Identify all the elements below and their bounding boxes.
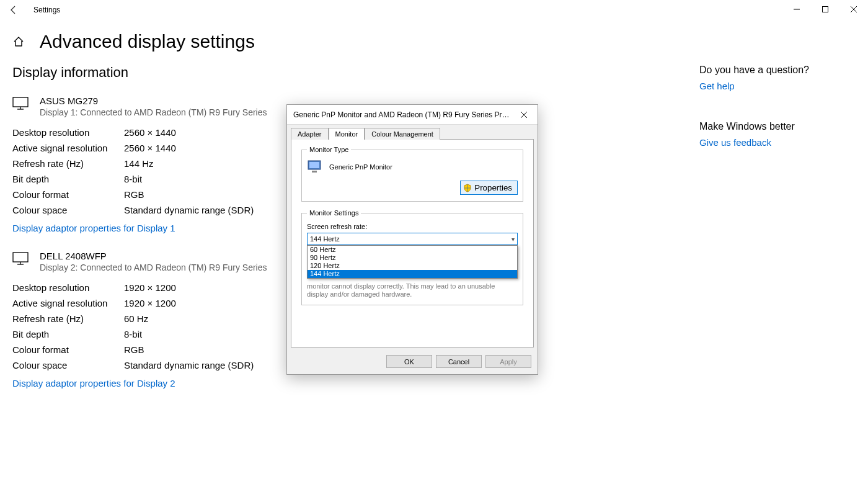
refresh-option-90[interactable]: 90 Hertz [308,254,517,262]
prop-value: 2560 × 1440 [124,127,176,138]
prop-value: 60 Hz [124,313,148,324]
monitor-settings-legend: Monitor Settings [307,209,361,217]
svg-rect-1 [823,7,828,12]
display-name: DELL 2408WFP [40,251,267,261]
prop-label: Colour space [12,360,124,370]
tab-body: Monitor Type Generic PnP Monitor Propert… [291,139,534,348]
svg-rect-14 [312,171,317,173]
prop-label: Active signal resolution [12,298,124,308]
refresh-option-60[interactable]: 60 Hertz [308,246,517,254]
refresh-rate-dropdown-list: 60 Hertz 90 Hertz 120 Hertz 144 Hertz [307,245,518,279]
tab-colour-management[interactable]: Colour Management [365,128,440,140]
display-name: ASUS MG279 [40,96,267,106]
svg-rect-7 [13,253,28,262]
monitor-icon [12,97,29,110]
refresh-option-144[interactable]: 144 Hertz [308,270,517,278]
prop-label: Bit depth [12,174,124,184]
display-subtitle: Display 1: Connected to AMD Radeon (TM) … [40,107,267,117]
get-help-link[interactable]: Get help [699,81,735,91]
page-header: Advanced display settings [0,20,868,57]
properties-button-label: Properties [474,183,512,192]
feedback-link[interactable]: Give us feedback [699,137,771,148]
shield-icon [463,184,472,192]
cancel-button[interactable]: Cancel [436,355,482,368]
prop-label: Refresh rate (Hz) [12,313,124,324]
monitor-icon [12,252,29,266]
prop-label: Refresh rate (Hz) [12,158,124,169]
prop-value: Standard dynamic range (SDR) [124,360,254,370]
tab-adapter[interactable]: Adapter [291,128,329,140]
prop-value: Standard dynamic range (SDR) [124,205,254,215]
tab-monitor[interactable]: Monitor [329,128,365,140]
prop-label: Colour format [12,189,124,200]
dialog-tabstrip: Adapter Monitor Colour Management [287,125,538,139]
monitor-properties-dialog: Generic PnP Monitor and AMD Radeon (TM) … [286,104,538,375]
dialog-title: Generic PnP Monitor and AMD Radeon (TM) … [293,110,512,119]
svg-rect-4 [13,97,28,107]
close-icon [521,112,527,118]
maximize-button[interactable] [811,0,839,19]
chevron-down-icon: ▾ [512,236,515,243]
sidebar-question-heading: Do you have a question? [699,65,848,76]
prop-label: Bit depth [12,329,124,339]
monitor-type-legend: Monitor Type [307,146,351,153]
arrow-left-icon [9,5,19,15]
minimize-button[interactable] [782,0,811,19]
prop-label: Desktop resolution [12,282,124,293]
titlebar: Settings [0,0,868,20]
page-title: Advanced display settings [40,31,255,52]
prop-value: 1920 × 1200 [124,282,176,293]
prop-value: 144 Hz [124,158,154,169]
sidebar: Do you have a question? Get help Make Wi… [699,65,848,406]
apply-button[interactable]: Apply [485,355,531,368]
prop-value: 8-bit [124,329,142,339]
ok-button[interactable]: OK [386,355,432,368]
dialog-close-button[interactable] [512,105,536,124]
prop-value: 2560 × 1440 [124,143,176,153]
prop-value: 8-bit [124,174,142,184]
monitor-settings-group: Monitor Settings Screen refresh rate: 14… [301,209,523,305]
display-subtitle: Display 2: Connected to AMD Radeon (TM) … [40,262,267,272]
prop-label: Active signal resolution [12,143,124,153]
prop-value: RGB [124,344,144,355]
monitor-type-group: Monitor Type Generic PnP Monitor Propert… [301,146,523,202]
section-title: Display information [12,65,675,81]
refresh-rate-selected: 144 Hertz [310,235,340,243]
close-button[interactable] [839,0,868,19]
home-icon[interactable] [12,35,25,48]
properties-button[interactable]: Properties [460,181,518,195]
dialog-titlebar[interactable]: Generic PnP Monitor and AMD Radeon (TM) … [287,105,538,125]
back-button[interactable] [5,1,22,19]
monitor-type-value: Generic PnP Monitor [329,163,392,171]
refresh-option-120[interactable]: 120 Hertz [308,262,517,270]
prop-value: RGB [124,189,144,200]
monitor-icon [307,159,323,174]
minimize-icon [794,6,800,12]
prop-value: 1920 × 1200 [124,298,176,308]
hidden-mode-note: monitor cannot display correctly. This m… [307,282,518,298]
close-icon [851,6,857,12]
adaptor-properties-link-2[interactable]: Display adaptor properties for Display 2 [12,378,175,388]
sidebar-better-heading: Make Windows better [699,121,848,132]
prop-label: Colour space [12,205,124,215]
maximize-icon [822,6,828,12]
svg-rect-13 [309,162,319,168]
prop-label: Desktop resolution [12,127,124,138]
adaptor-properties-link-1[interactable]: Display adaptor properties for Display 1 [12,223,175,233]
prop-label: Colour format [12,344,124,355]
refresh-rate-label: Screen refresh rate: [307,223,518,230]
dialog-button-row: OK Cancel Apply [287,351,538,374]
refresh-rate-combo[interactable]: 144 Hertz ▾ [307,233,518,245]
app-title: Settings [33,6,60,14]
